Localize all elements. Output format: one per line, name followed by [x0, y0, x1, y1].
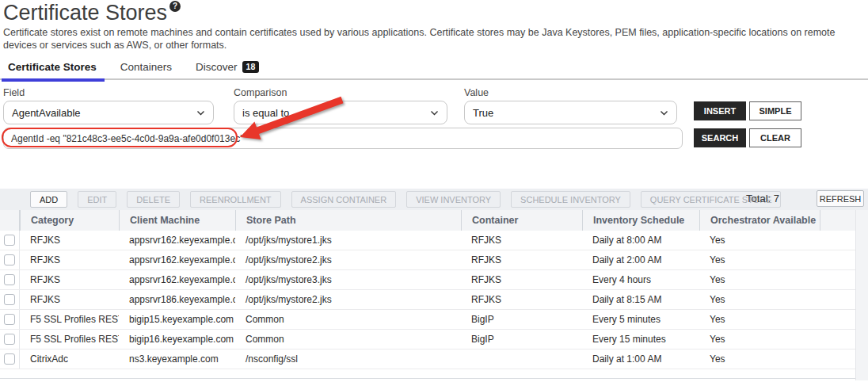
- row-checkbox[interactable]: [4, 314, 15, 325]
- cell-inventory-schedule: Daily at 8:00 AM: [582, 235, 699, 246]
- cell-store-path: /opt/jks/mystore3.jks: [235, 274, 461, 285]
- value-select[interactable]: True: [464, 101, 677, 124]
- table-scrollbar-gutter[interactable]: [855, 210, 868, 380]
- cell-client-machine: appsrvr162.keyexample.com: [119, 235, 235, 246]
- row-checkbox-cell: [0, 270, 20, 289]
- tab-count-badge: 18: [242, 61, 260, 73]
- row-checkbox-cell: [0, 290, 20, 309]
- table-row[interactable]: RFJKSappsrvr162.keyexample.com/opt/jks/m…: [0, 250, 855, 270]
- cell-category: RFJKS: [20, 254, 119, 265]
- column-header-category[interactable]: Category: [20, 210, 119, 231]
- cell-inventory-schedule: Every 4 hours: [582, 274, 699, 285]
- simple-button[interactable]: SIMPLE: [749, 101, 801, 120]
- cell-store-path: /nsconfig/ssl: [235, 353, 461, 365]
- add-button[interactable]: ADD: [30, 191, 67, 208]
- cell-category: RFJKS: [20, 274, 119, 285]
- cell-container: BigIP: [461, 314, 582, 325]
- query-input[interactable]: [3, 128, 683, 149]
- search-button[interactable]: SEARCH: [694, 128, 746, 147]
- cell-inventory-schedule: Every 15 minutes: [582, 334, 699, 345]
- cell-inventory-schedule: Every 5 minutes: [582, 314, 699, 325]
- cell-inventory-schedule: Daily at 8:15 AM: [582, 294, 699, 305]
- cell-orchestrator-available: Yes: [699, 334, 820, 345]
- clear-button[interactable]: CLEAR: [749, 128, 801, 147]
- row-checkbox[interactable]: [4, 254, 15, 265]
- cell-container: RFJKS: [461, 235, 582, 246]
- tab-bar: Certificate StoresContainersDiscover18: [0, 59, 868, 80]
- field-select-value: AgentAvailable: [12, 107, 196, 119]
- help-icon[interactable]: ?: [169, 1, 181, 12]
- page-description: Certificate stores exist on remote machi…: [3, 26, 865, 52]
- cell-client-machine: appsrvr186.keyexample.com: [119, 294, 235, 305]
- row-checkbox-cell: [0, 250, 20, 269]
- tab-containers[interactable]: Containers: [120, 61, 172, 78]
- cell-container: RFJKS: [461, 294, 582, 305]
- cell-client-machine: bigip15.keyexample.com: [119, 314, 235, 325]
- cell-client-machine: bigip16.keyexample.com: [119, 334, 235, 345]
- column-header-store-path[interactable]: Store Path: [235, 210, 461, 231]
- cell-store-path: Common: [235, 334, 461, 345]
- value-label: Value: [464, 87, 489, 98]
- tab-discover[interactable]: Discover18: [196, 61, 259, 78]
- cell-orchestrator-available: Yes: [699, 235, 820, 246]
- cell-category: RFJKS: [20, 235, 119, 246]
- comparison-label: Comparison: [234, 87, 287, 98]
- table-row[interactable]: RFJKSappsrvr186.keyexample.com/opt/jks/m…: [0, 290, 855, 310]
- tab-certificate-stores[interactable]: Certificate Stores: [8, 61, 97, 78]
- refresh-button[interactable]: REFRESH: [817, 190, 864, 207]
- certificate-stores-page: Certificate Stores? Certificate stores e…: [0, 0, 868, 382]
- cell-category: F5 SSL Profiles REST: [20, 334, 119, 345]
- cell-store-path: /opt/jks/mystore1.jks: [235, 235, 461, 246]
- cell-store-path: Common: [235, 314, 461, 325]
- cell-category: F5 SSL Profiles REST: [20, 314, 119, 325]
- cell-category: CitrixAdc: [20, 353, 119, 365]
- view-inventory-button: VIEW INVENTORY: [406, 191, 501, 208]
- tab-label: Containers: [120, 61, 172, 73]
- comparison-select-value: is equal to: [242, 107, 430, 119]
- chevron-down-icon: [196, 109, 205, 117]
- row-checkbox[interactable]: [4, 353, 15, 365]
- row-checkbox[interactable]: [4, 235, 15, 246]
- column-header-container[interactable]: Container: [461, 210, 582, 231]
- cell-category: RFJKS: [20, 294, 119, 305]
- field-select[interactable]: AgentAvailable: [3, 101, 214, 124]
- cell-client-machine: ns3.keyexample.com: [119, 353, 235, 365]
- tab-label: Certificate Stores: [8, 61, 97, 73]
- cell-client-machine: appsrvr162.keyexample.com: [119, 274, 235, 285]
- chevron-down-icon: [660, 109, 668, 117]
- table-row[interactable]: F5 SSL Profiles RESTbigip16.keyexample.c…: [0, 330, 855, 350]
- column-header-client-machine[interactable]: Client Machine: [119, 210, 235, 231]
- table-row[interactable]: CitrixAdcns3.keyexample.com/nsconfig/ssl…: [0, 350, 855, 369]
- table-row[interactable]: F5 SSL Profiles RESTbigip15.keyexample.c…: [0, 310, 855, 330]
- table-row[interactable]: RFJKSappsrvr162.keyexample.com/opt/jks/m…: [0, 270, 855, 290]
- row-checkbox[interactable]: [4, 274, 15, 285]
- grid-toolbar: ADDEDITDELETEREENROLLMENTASSIGN CONTAINE…: [0, 189, 868, 210]
- cell-inventory-schedule: Daily at 1:00 AM: [582, 353, 699, 365]
- table-header: CategoryClient MachineStore PathContaine…: [0, 210, 855, 231]
- table-bottom-border: [0, 378, 855, 379]
- row-checkbox[interactable]: [4, 294, 15, 305]
- edit-button: EDIT: [78, 191, 116, 208]
- row-checkbox[interactable]: [4, 334, 15, 345]
- cell-container: RFJKS: [461, 254, 582, 265]
- cell-orchestrator-available: Yes: [699, 274, 820, 285]
- value-select-value: True: [473, 107, 660, 119]
- table-body: RFJKSappsrvr162.keyexample.com/opt/jks/m…: [0, 231, 855, 369]
- row-checkbox-cell: [0, 350, 20, 369]
- cell-container: BigIP: [461, 334, 582, 345]
- page-title: Certificate Stores?: [3, 1, 181, 25]
- column-header-filler: [820, 210, 855, 231]
- header-checkbox-column: [0, 210, 20, 231]
- row-checkbox-cell: [0, 310, 20, 329]
- cell-store-path: /opt/jks/mystore2.jks: [235, 294, 461, 305]
- assign-container-button: ASSIGN CONTAINER: [291, 191, 397, 208]
- insert-button[interactable]: INSERT: [694, 101, 746, 120]
- chevron-down-icon: [430, 109, 439, 117]
- table-row[interactable]: RFJKSappsrvr162.keyexample.com/opt/jks/m…: [0, 231, 855, 250]
- column-header-inventory-schedule[interactable]: Inventory Schedule: [582, 210, 699, 231]
- cell-orchestrator-available: Yes: [699, 254, 820, 265]
- total-count: Total: 7: [746, 193, 779, 204]
- comparison-select[interactable]: is equal to: [234, 101, 447, 124]
- cell-orchestrator-available: Yes: [699, 353, 820, 365]
- column-header-orchestrator-available[interactable]: Orchestrator Available: [699, 210, 820, 231]
